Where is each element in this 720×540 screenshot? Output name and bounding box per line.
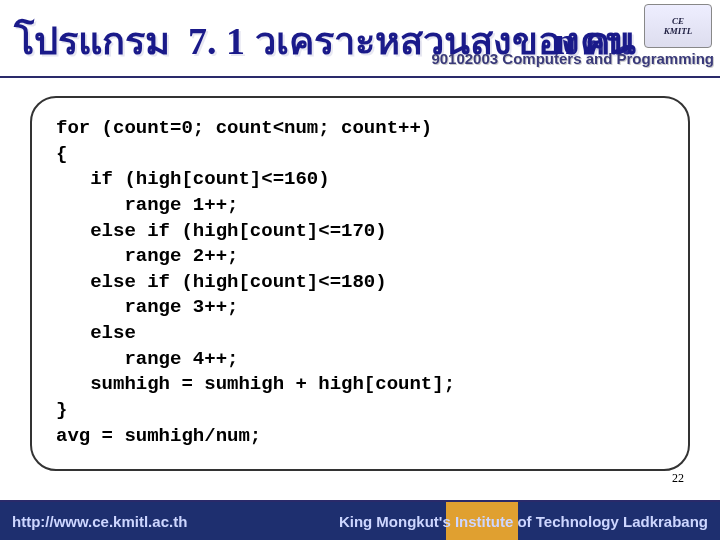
logo-bottom-text: KMITL: [664, 26, 693, 36]
slide-header: โปรแกรม 7. 1 วเคราะหสวนสงของคน n คน CE K…: [0, 0, 720, 78]
slide-footer: http://www.ce.kmitl.ac.th King Mongkut's…: [0, 500, 720, 540]
course-code-line: 90102003 Computers and Programming: [431, 50, 714, 67]
footer-url: http://www.ce.kmitl.ac.th: [12, 513, 187, 530]
title-word-program: โปรแกรม: [14, 10, 170, 71]
kmitl-logo: CE KMITL: [644, 4, 712, 48]
slide-number: 22: [672, 471, 684, 486]
logo-top-text: CE: [672, 16, 684, 26]
footer-institution: King Mongkut's Institute of Technology L…: [339, 513, 708, 530]
code-listing: for (count=0; count<num; count++) { if (…: [30, 96, 690, 471]
